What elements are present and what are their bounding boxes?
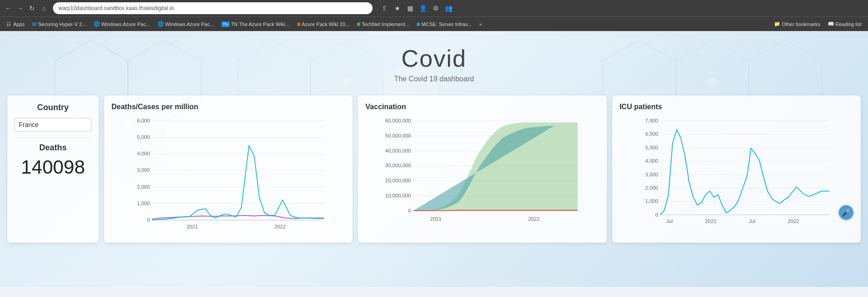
svg-text:2,000: 2,000 [645,185,658,191]
bookmark-azure-wiki-tn[interactable]: TN TN The Azure Pack Wiki... [219,21,292,28]
account-icon[interactable]: 👥 [444,4,453,13]
bookmarks-bar: ☷ Apps W Securing Hyper-V 2... 🌐 Windows… [0,16,868,31]
bookmark-azure-wiki-tn-label: TN The Azure Pack Wiki... [231,21,289,27]
svg-text:4,000: 4,000 [137,151,150,156]
share-icon[interactable]: ⇧ [380,4,389,13]
bookmark-azure-1[interactable]: 🌐 Windows Azure Pac... [91,20,153,28]
ms-icon-2: ◼ [357,21,360,27]
svg-text:6,000: 6,000 [137,118,150,123]
svg-text:50,000,000: 50,000,000 [385,133,411,138]
svg-text:10,000,000: 10,000,000 [385,193,411,198]
browser-toolbar: ← → ↻ ⌂ warp10dashboard.sandbox.kaas.tha… [0,0,868,16]
svg-text:2021: 2021 [705,218,716,224]
svg-text:2022: 2022 [528,216,540,222]
svg-text:2022: 2022 [788,218,799,224]
profile-icon[interactable]: 👤 [418,4,427,13]
svg-text:3,000: 3,000 [645,172,658,177]
bookmark-more[interactable]: » [476,21,484,28]
svg-text:4,000: 4,000 [645,158,658,164]
bookmark-hyper-v[interactable]: W Securing Hyper-V 2... [29,21,89,28]
bookmark-azure-wiki-20[interactable]: ◼ Azure Pack Wiki 20... [294,21,352,28]
globe-icon-2: 🌐 [158,21,164,27]
svg-text:20,000,000: 20,000,000 [385,178,411,183]
bookmark-azure-2[interactable]: 🌐 Windows Azure Pac... [155,20,217,28]
ms-icon-1: ◼ [297,21,300,27]
deaths-cases-chart-card: Deaths/Cases per million 6,000 5,000 4,0… [104,95,352,243]
bookmark-mcse[interactable]: ◼ MCSE: Server Infras... [414,21,474,28]
dashboard: Covid The Covid 19 dashboard Country Dea… [0,31,868,287]
country-card: Country Deaths 140098 [7,95,99,243]
refresh-button[interactable]: ↻ [27,4,37,13]
back-button[interactable]: ← [4,4,13,13]
bookmark-apps[interactable]: ☷ Apps [4,21,27,28]
bookmark-mcse-label: MCSE: Server Infras... [421,21,472,27]
deaths-section: Deaths 140098 [15,137,91,178]
bookmark-reading-list-label: Reading list [836,21,862,27]
country-card-title: Country [15,103,91,112]
bookmark-apps-label: Apps [13,21,25,27]
url-text: warp10dashboard.sandbox.kaas.thalesdigit… [58,5,174,11]
apps-grid-icon: ☷ [6,21,12,27]
dashboard-subtitle: The Covid 19 dashboard [0,75,868,83]
dashboard-header: Covid The Covid 19 dashboard [0,31,868,90]
bookmark-reading-list[interactable]: 📖 Reading list [825,20,864,28]
svg-text:Jul: Jul [666,218,673,224]
svg-text:30,000,000: 30,000,000 [385,163,411,168]
bookmark-technet-label: TechNet Implement... [362,21,409,27]
dashboard-title: Covid [0,45,868,72]
bookmark-azure-wiki-20-label: Azure Pack Wiki 20... [302,21,350,27]
svg-text:0: 0 [655,212,658,217]
icu-chart: 7,000 6,000 5,000 4,000 3,000 2,000 1,00… [620,115,853,233]
reading-list-icon: 📖 [828,21,834,27]
forward-button[interactable]: → [16,4,25,13]
svg-text:0: 0 [147,217,150,223]
ms-icon-3: ◼ [416,21,420,27]
svg-text:6,000: 6,000 [645,131,658,137]
tn-badge: TN [221,21,230,27]
country-input[interactable] [15,118,91,132]
bookmark-azure-1-label: Windows Azure Pac... [101,21,150,27]
svg-text:40,000,000: 40,000,000 [385,148,411,154]
svg-text:7,000: 7,000 [645,118,658,123]
bookmark-other-label: Other bookmarks [782,21,820,27]
svg-text:0: 0 [408,208,411,213]
svg-text:5,000: 5,000 [137,134,150,140]
deaths-label: Deaths [15,143,91,153]
bookmark-hyper-v-label: Securing Hyper-V 2... [38,21,86,27]
bookmark-technet[interactable]: ◼ TechNet Implement... [354,21,412,28]
browser-chrome: ← → ↻ ⌂ warp10dashboard.sandbox.kaas.tha… [0,0,868,31]
svg-text:2,000: 2,000 [137,184,150,190]
deaths-cases-chart-title: Deaths/Cases per million [111,103,345,111]
vaccination-chart: 60,000,000 50,000,000 40,000,000 30,000,… [365,115,599,233]
icu-chart-title: ICU patients [620,103,853,111]
globe-icon-1: 🌐 [94,21,100,27]
svg-text:2021: 2021 [186,224,198,229]
svg-text:1,000: 1,000 [645,198,658,204]
icu-chart-card: ICU patients 7,000 6,000 5,000 4,000 3,0… [612,95,861,243]
browser-toolbar-icons: ⇧ ★ ▦ 👤 ⚙ 👥 [380,4,453,13]
folder-icon: 📁 [774,21,780,27]
svg-text:60,000,000: 60,000,000 [385,118,411,123]
deaths-value: 140098 [15,156,91,178]
wordpress-icon: W [32,21,37,27]
bookmark-other[interactable]: 📁 Other bookmarks [771,20,823,28]
svg-text:2021: 2021 [430,216,442,222]
svg-text:5,000: 5,000 [645,145,658,150]
mic-button[interactable]: 🎤 [839,205,853,220]
svg-text:2022: 2022 [274,224,286,229]
svg-text:Jul: Jul [749,218,755,224]
address-bar[interactable]: warp10dashboard.sandbox.kaas.thalesdigit… [53,2,373,14]
bookmark-azure-2-label: Windows Azure Pac... [165,21,214,27]
svg-text:1,000: 1,000 [137,201,150,206]
deaths-cases-chart: 6,000 5,000 4,000 3,000 2,000 1,000 0 20… [111,115,345,233]
vaccination-chart-card: Vaccination 60,000,000 50,000,000 40,000… [358,95,606,243]
more-bookmarks-label: » [479,21,482,27]
vaccination-chart-title: Vaccination [365,103,599,111]
extensions-icon[interactable]: ⚙ [431,4,440,13]
bookmark-star-icon[interactable]: ★ [393,4,402,13]
home-button[interactable]: ⌂ [39,4,48,13]
cards-row: Country Deaths 140098 Deaths/Cases per m… [0,90,868,248]
svg-text:3,000: 3,000 [137,167,150,173]
tab-group-icon[interactable]: ▦ [405,4,415,13]
